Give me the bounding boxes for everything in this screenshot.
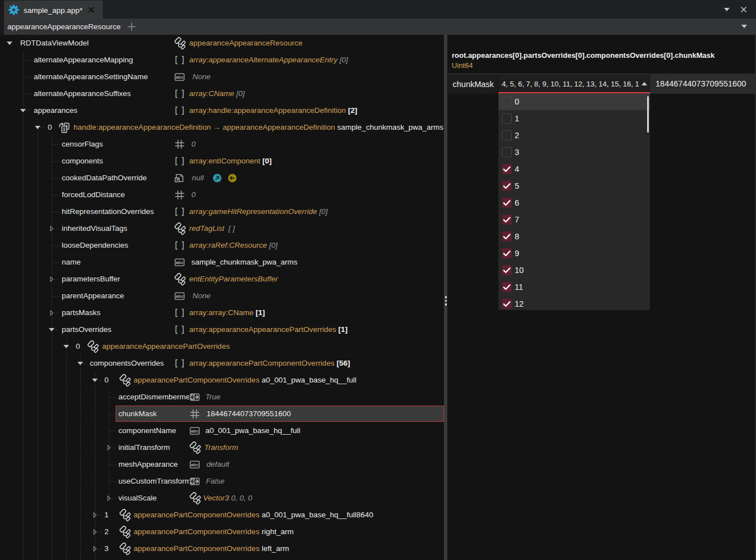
svg-text:abc: abc (191, 429, 199, 434)
svg-text:abc: abc (176, 260, 184, 265)
svg-text:abc: abc (191, 462, 199, 467)
svg-text:abc: abc (176, 294, 184, 299)
svg-text:abc: abc (176, 75, 184, 80)
